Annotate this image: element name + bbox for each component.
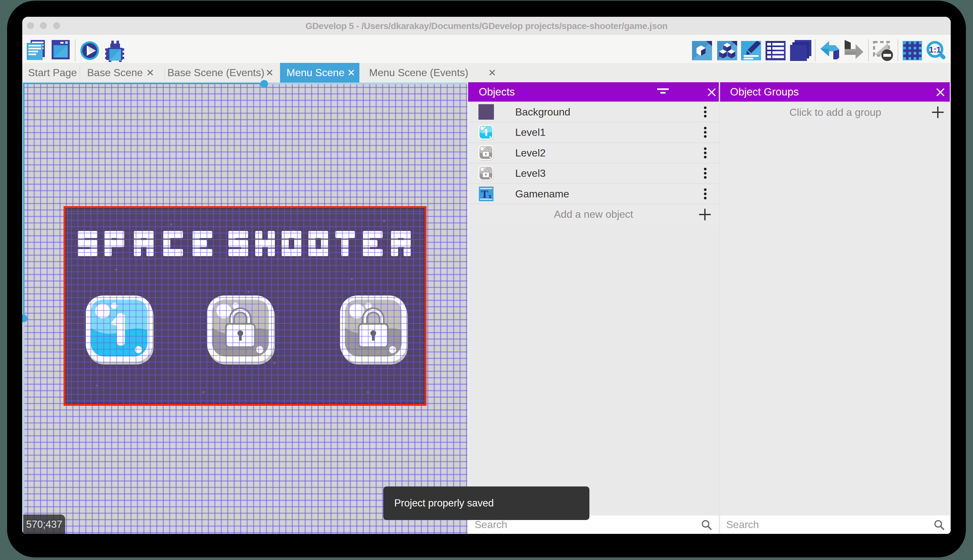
svg-text:1:1: 1:1 bbox=[929, 45, 941, 55]
svg-text:x: x bbox=[488, 193, 491, 200]
svg-text:T: T bbox=[481, 188, 488, 200]
